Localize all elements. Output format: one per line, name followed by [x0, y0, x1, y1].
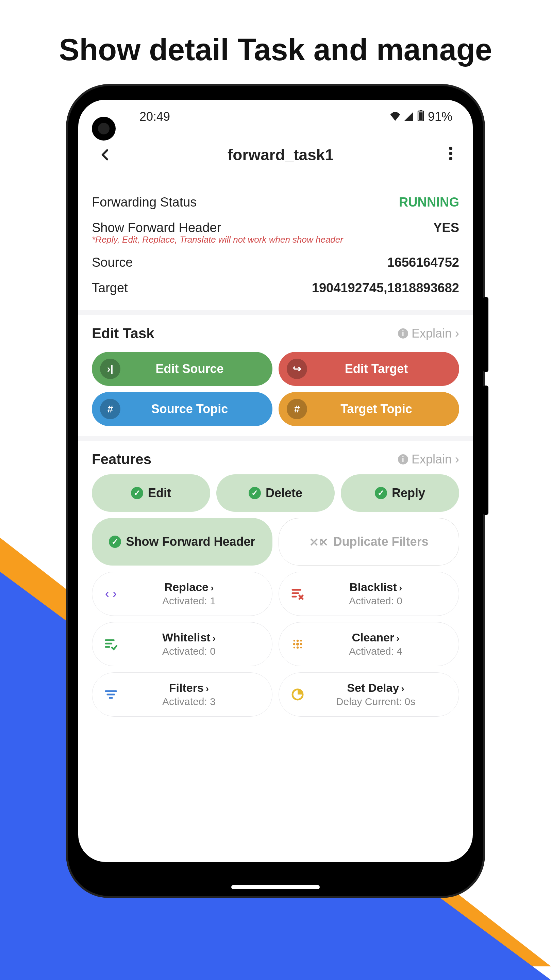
feature-edit-toggle[interactable]: ✓ Edit: [92, 474, 210, 512]
phone-side-button-2: [483, 385, 488, 515]
page-title: forward_task1: [227, 146, 333, 164]
hash-icon: #: [100, 399, 121, 419]
chevron-right-icon: ›: [211, 582, 214, 593]
svg-point-4: [449, 152, 453, 155]
explain-label: Explain: [411, 452, 452, 466]
hash-icon: #: [287, 399, 307, 419]
code-icon: ‹ ›: [102, 585, 119, 602]
filters-title: Filters: [169, 681, 204, 694]
features-explain[interactable]: i Explain ›: [398, 452, 459, 466]
svg-point-8: [300, 640, 302, 641]
feature-cards-row3: Filters› Activated: 3 Set Delay› Delay C…: [78, 672, 473, 723]
feature-cards-row2: Whitelist› Activated: 0 Cleaner› Activat…: [78, 622, 473, 672]
edit-source-label: Edit Source: [129, 362, 264, 376]
features-header: Features i Explain ›: [78, 441, 473, 474]
app-header: forward_task1: [78, 134, 473, 180]
blur-icon: [289, 636, 306, 653]
list-check-icon: [102, 636, 119, 653]
replace-title: Replace: [164, 581, 208, 593]
chevron-right-icon: ›: [401, 683, 404, 694]
arrow-right-bar-icon: ›|: [100, 359, 121, 379]
forward-arrow-icon: ↪: [287, 359, 307, 379]
edit-target-label: Edit Target: [315, 362, 451, 376]
feature-show-header-toggle[interactable]: ✓ Show Forward Header: [92, 518, 272, 566]
chevron-right-icon: ›: [455, 452, 459, 466]
target-label: Target: [92, 281, 128, 295]
filters-card[interactable]: Filters› Activated: 3: [92, 672, 272, 717]
svg-point-10: [296, 643, 299, 645]
feature-toggles-row1: ✓ Edit ✓ Delete ✓ Reply: [78, 474, 473, 518]
svg-point-9: [293, 643, 295, 645]
cleaner-title: Cleaner: [352, 631, 394, 644]
more-menu-button[interactable]: [442, 143, 459, 167]
phone-frame: 20:49 91% forward_task1: [68, 86, 483, 896]
back-button[interactable]: [92, 140, 119, 169]
chevron-right-icon: ›: [396, 633, 399, 643]
phone-side-button-1: [483, 297, 488, 372]
svg-point-14: [300, 646, 302, 648]
whitelist-card[interactable]: Whitelist› Activated: 0: [92, 622, 272, 666]
cleaner-sub: Activated: 4: [313, 646, 438, 657]
replace-card[interactable]: ‹ › Replace› Activated: 1: [92, 572, 272, 616]
feature-duplicate-filters-toggle[interactable]: ⤫⤪ Duplicate Filters: [279, 518, 459, 566]
svg-point-3: [449, 147, 453, 150]
forwarding-status-value: RUNNING: [399, 195, 459, 210]
info-icon: i: [398, 328, 408, 339]
svg-point-11: [300, 643, 302, 645]
forward-header-note: *Reply, Edit, Replace, Translate will no…: [92, 234, 459, 245]
whitelist-title: Whitelist: [162, 631, 211, 644]
forwarding-status-label: Forwarding Status: [92, 195, 197, 210]
svg-rect-2: [419, 112, 422, 120]
signal-icon: [404, 110, 414, 124]
feature-reply-toggle[interactable]: ✓ Reply: [341, 474, 459, 512]
list-x-icon: [289, 585, 306, 602]
svg-point-12: [294, 646, 295, 648]
features-title: Features: [92, 451, 151, 468]
chevron-right-icon: ›: [455, 326, 459, 340]
svg-point-6: [294, 640, 295, 641]
check-icon: ✓: [249, 487, 261, 499]
edit-target-button[interactable]: ↪ Edit Target: [279, 352, 459, 386]
explain-label: Explain: [411, 326, 452, 340]
set-delay-card[interactable]: Set Delay› Delay Current: 0s: [279, 672, 459, 717]
status-time: 20:49: [140, 110, 170, 124]
feature-toggles-row2: ✓ Show Forward Header ⤫⤪ Duplicate Filte…: [78, 518, 473, 572]
edit-task-title: Edit Task: [92, 325, 154, 342]
feature-delete-label: Delete: [266, 486, 302, 500]
feature-show-header-label: Show Forward Header: [126, 535, 255, 549]
promo-title: Show detail Task and manage: [0, 0, 551, 86]
source-value: 1656164752: [387, 255, 459, 270]
feature-reply-label: Reply: [392, 486, 425, 500]
chevron-right-icon: ›: [213, 633, 216, 643]
source-topic-label: Source Topic: [129, 402, 264, 416]
svg-point-5: [449, 157, 453, 160]
battery-percent: 91%: [428, 110, 453, 124]
check-icon: ✓: [109, 536, 121, 548]
delay-title: Set Delay: [347, 681, 399, 694]
edit-task-header: Edit Task i Explain ›: [78, 315, 473, 348]
screen: 20:49 91% forward_task1: [78, 100, 473, 862]
chevron-right-icon: ›: [206, 683, 209, 694]
info-icon: i: [398, 454, 408, 465]
feature-delete-toggle[interactable]: ✓ Delete: [216, 474, 335, 512]
unlink-icon: ⤫⤪: [309, 535, 328, 549]
source-topic-button[interactable]: # Source Topic: [92, 392, 272, 426]
whitelist-sub: Activated: 0: [126, 646, 252, 657]
edit-task-explain[interactable]: i Explain ›: [398, 326, 459, 340]
blacklist-card[interactable]: Blacklist› Activated: 0: [279, 572, 459, 616]
status-bar: 20:49 91%: [78, 100, 473, 134]
check-icon: ✓: [131, 487, 143, 499]
divider: [78, 436, 473, 441]
target-topic-button[interactable]: # Target Topic: [279, 392, 459, 426]
filters-sub: Activated: 3: [126, 696, 252, 708]
cleaner-card[interactable]: Cleaner› Activated: 4: [279, 622, 459, 666]
source-label: Source: [92, 255, 133, 270]
target-value: 1904192745,1818893682: [312, 281, 459, 295]
camera-cutout: [92, 117, 116, 140]
edit-source-button[interactable]: ›| Edit Source: [92, 352, 272, 386]
divider: [78, 310, 473, 315]
blacklist-title: Blacklist: [349, 581, 397, 593]
home-indicator: [231, 885, 320, 889]
edit-task-buttons: ›| Edit Source ↪ Edit Target # Source To…: [78, 348, 473, 436]
delay-sub: Delay Current: 0s: [313, 696, 438, 708]
